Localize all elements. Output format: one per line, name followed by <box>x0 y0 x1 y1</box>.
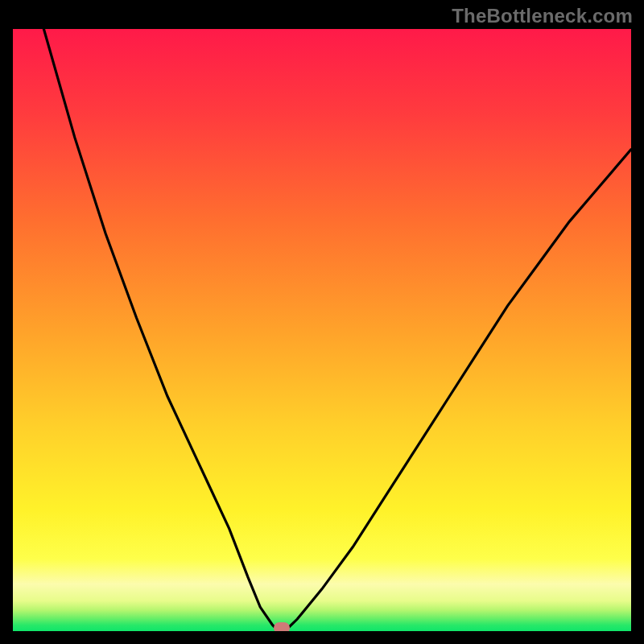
chart-frame: TheBottleneck.com <box>0 0 644 644</box>
min-point-marker <box>274 622 290 631</box>
plot-area <box>13 29 631 631</box>
bottleneck-curve <box>13 29 631 631</box>
watermark-text: TheBottleneck.com <box>452 5 633 27</box>
